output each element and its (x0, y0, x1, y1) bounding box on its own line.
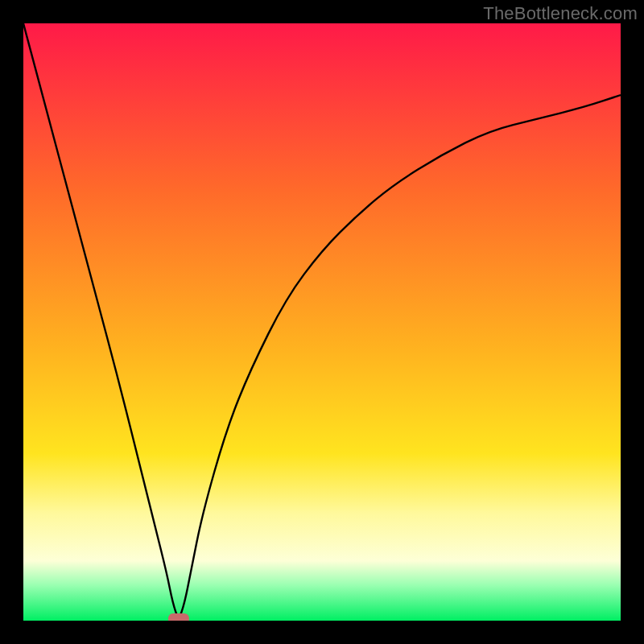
minimum-marker (168, 613, 189, 621)
plot-frame (23, 23, 621, 621)
gradient-background (23, 23, 621, 621)
watermark-text: TheBottleneck.com (483, 3, 638, 24)
bottleneck-chart (23, 23, 621, 621)
